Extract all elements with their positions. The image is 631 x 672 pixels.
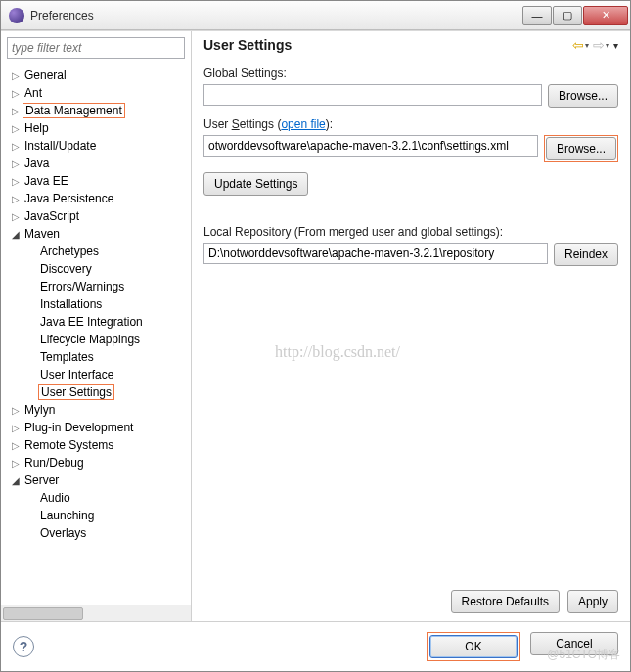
arrow-right-icon[interactable]: ▷ bbox=[9, 141, 23, 152]
tree-item-label: User Settings bbox=[38, 384, 114, 400]
window-controls: — ▢ ✕ bbox=[522, 6, 628, 25]
tree-item-audio[interactable]: Audio bbox=[1, 489, 191, 507]
ok-button[interactable]: OK bbox=[429, 635, 518, 658]
arrow-right-icon[interactable]: ▷ bbox=[9, 211, 23, 222]
arrow-right-icon[interactable]: ▷ bbox=[9, 423, 23, 433]
tree-item-launching[interactable]: Launching bbox=[1, 507, 191, 524]
tree-item-run-debug[interactable]: ▷Run/Debug bbox=[1, 454, 191, 471]
page-title: User Settings bbox=[203, 37, 572, 53]
preferences-tree[interactable]: ▷General▷Ant▷Data Management▷Help▷Instal… bbox=[1, 65, 191, 605]
close-button[interactable]: ✕ bbox=[583, 6, 628, 25]
user-settings-input[interactable] bbox=[203, 135, 538, 157]
tree-item-plug-in-development[interactable]: ▷Plug-in Development bbox=[1, 419, 191, 436]
arrow-right-icon[interactable]: ▷ bbox=[9, 70, 23, 81]
tree-item-label: Templates bbox=[38, 350, 96, 364]
main-panel: User Settings ⇦▾ ⇨▾ ▾ Global Settings: B… bbox=[192, 31, 630, 621]
tree-item-label: Installations bbox=[38, 297, 104, 311]
tree-item-archetypes[interactable]: Archetypes bbox=[1, 243, 191, 260]
tree-item-java[interactable]: ▷Java bbox=[1, 155, 191, 172]
arrow-right-icon[interactable]: ▷ bbox=[9, 123, 23, 134]
tree-item-label: Run/Debug bbox=[23, 456, 86, 470]
tree-item-server[interactable]: ◢Server bbox=[1, 471, 191, 489]
global-settings-label: Global Settings: bbox=[203, 67, 618, 80]
tree-item-user-interface[interactable]: User Interface bbox=[1, 366, 191, 383]
tree-item-templates[interactable]: Templates bbox=[1, 348, 191, 366]
tree-item-lifecycle-mappings[interactable]: Lifecycle Mappings bbox=[1, 331, 191, 348]
tree-item-javascript[interactable]: ▷JavaScript bbox=[1, 207, 191, 225]
tree-item-label: Errors/Warnings bbox=[38, 280, 126, 293]
tree-item-label: Ant bbox=[23, 86, 44, 100]
view-menu-button[interactable]: ▾ bbox=[613, 40, 618, 51]
forward-button[interactable]: ⇨▾ bbox=[593, 37, 609, 53]
tree-item-mylyn[interactable]: ▷Mylyn bbox=[1, 401, 191, 419]
local-repo-input[interactable] bbox=[203, 243, 548, 264]
tree-item-remote-systems[interactable]: ▷Remote Systems bbox=[1, 436, 191, 454]
tree-item-label: Data Management bbox=[23, 103, 125, 118]
global-settings-input[interactable] bbox=[203, 84, 542, 106]
tree-item-user-settings[interactable]: User Settings bbox=[1, 383, 191, 401]
tree-item-label: Help bbox=[23, 121, 51, 135]
tree-item-label: Remote Systems bbox=[23, 438, 115, 452]
tree-item-label: Mylyn bbox=[23, 403, 57, 417]
tree-item-installations[interactable]: Installations bbox=[1, 295, 191, 313]
tree-item-ant[interactable]: ▷Ant bbox=[1, 84, 191, 102]
arrow-right-icon[interactable]: ▷ bbox=[9, 458, 23, 469]
tree-item-discovery[interactable]: Discovery bbox=[1, 260, 191, 278]
cancel-button[interactable]: Cancel bbox=[530, 632, 618, 655]
tree-item-label: Lifecycle Mappings bbox=[38, 333, 142, 346]
reindex-button[interactable]: Reindex bbox=[554, 243, 618, 266]
dialog-footer: ? OK Cancel bbox=[1, 621, 630, 671]
window-title: Preferences bbox=[30, 9, 522, 22]
tree-item-label: Install/Update bbox=[23, 139, 98, 153]
tree-item-label: Java EE Integration bbox=[38, 315, 145, 329]
tree-item-label: Archetypes bbox=[38, 245, 101, 258]
back-button[interactable]: ⇦▾ bbox=[572, 37, 589, 53]
maximize-button[interactable]: ▢ bbox=[553, 6, 582, 25]
user-browse-button[interactable]: Browse... bbox=[546, 137, 616, 160]
local-repo-label: Local Repository (From merged user and g… bbox=[203, 225, 618, 239]
tree-item-label: Overlays bbox=[38, 526, 88, 540]
tree-item-general[interactable]: ▷General bbox=[1, 67, 191, 84]
arrow-down-icon[interactable]: ◢ bbox=[9, 475, 23, 486]
tree-item-install-update[interactable]: ▷Install/Update bbox=[1, 137, 191, 155]
arrow-down-icon[interactable]: ◢ bbox=[9, 229, 23, 240]
arrow-right-icon[interactable]: ▷ bbox=[9, 176, 23, 187]
tree-item-label: Discovery bbox=[38, 262, 94, 276]
tree-item-errors-warnings[interactable]: Errors/Warnings bbox=[1, 278, 191, 295]
horizontal-scrollbar[interactable] bbox=[1, 605, 191, 621]
arrow-right-icon[interactable]: ▷ bbox=[9, 440, 23, 451]
global-browse-button[interactable]: Browse... bbox=[548, 84, 618, 108]
tree-item-label: Java bbox=[23, 157, 51, 170]
tree-item-label: Java EE bbox=[23, 174, 70, 188]
arrow-right-icon[interactable]: ▷ bbox=[9, 405, 23, 416]
arrow-right-icon[interactable]: ▷ bbox=[9, 88, 23, 99]
arrow-right-icon[interactable]: ▷ bbox=[9, 106, 23, 116]
arrow-right-icon[interactable]: ▷ bbox=[9, 194, 23, 204]
app-icon bbox=[9, 8, 24, 23]
tree-item-java-persistence[interactable]: ▷Java Persistence bbox=[1, 190, 191, 207]
restore-defaults-button[interactable]: Restore Defaults bbox=[451, 590, 560, 613]
tree-item-label: Audio bbox=[38, 491, 72, 505]
tree-item-java-ee[interactable]: ▷Java EE bbox=[1, 172, 191, 190]
tree-item-java-ee-integration[interactable]: Java EE Integration bbox=[1, 313, 191, 331]
tree-item-label: General bbox=[23, 68, 68, 82]
arrow-right-icon[interactable]: ▷ bbox=[9, 158, 23, 169]
open-file-link[interactable]: open file bbox=[281, 117, 325, 131]
apply-button[interactable]: Apply bbox=[567, 590, 618, 613]
minimize-button[interactable]: — bbox=[522, 6, 552, 25]
user-settings-label: User Settings (open file): bbox=[203, 117, 618, 131]
tree-item-label: User Interface bbox=[38, 368, 115, 381]
tree-item-label: Plug-in Development bbox=[23, 421, 135, 434]
filter-input[interactable] bbox=[7, 37, 185, 59]
tree-item-maven[interactable]: ◢Maven bbox=[1, 225, 191, 243]
tree-item-data-management[interactable]: ▷Data Management bbox=[1, 102, 191, 119]
update-settings-button[interactable]: Update Settings bbox=[203, 172, 308, 196]
tree-item-overlays[interactable]: Overlays bbox=[1, 524, 191, 542]
tree-item-label: Java Persistence bbox=[23, 192, 115, 205]
tree-item-label: JavaScript bbox=[23, 209, 81, 223]
tree-item-label: Maven bbox=[23, 227, 62, 241]
tree-item-label: Launching bbox=[38, 509, 96, 522]
help-icon[interactable]: ? bbox=[13, 636, 34, 657]
tree-item-help[interactable]: ▷Help bbox=[1, 119, 191, 137]
tree-item-label: Server bbox=[23, 473, 61, 487]
